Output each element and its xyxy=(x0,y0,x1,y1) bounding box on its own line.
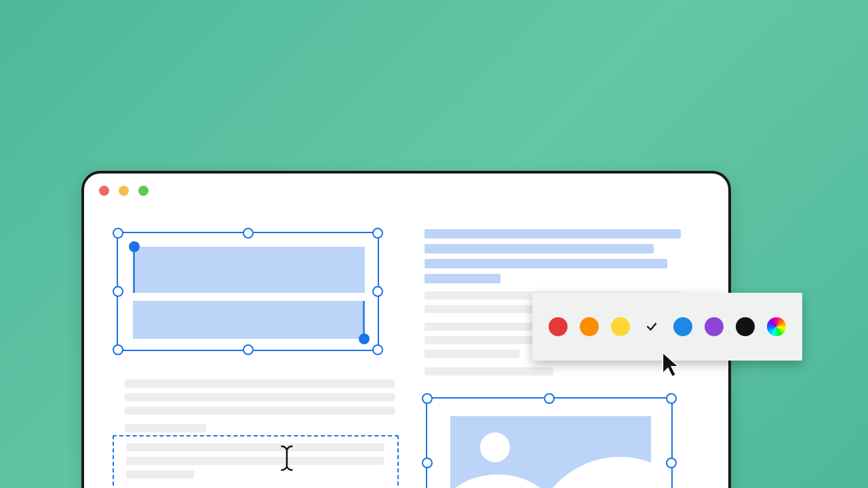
color-swatch-yellow[interactable] xyxy=(611,317,630,336)
color-swatch-orange[interactable] xyxy=(580,317,599,336)
text-placeholder xyxy=(125,424,206,432)
selection-handle[interactable] xyxy=(243,228,254,239)
text-placeholder xyxy=(125,380,395,388)
highlight-fill xyxy=(133,301,365,339)
text-placeholder xyxy=(425,305,533,313)
selection-box-image[interactable] xyxy=(426,397,673,488)
selection-handle[interactable] xyxy=(243,344,254,355)
image-placeholder xyxy=(450,416,651,488)
highlight-fill xyxy=(133,247,365,293)
text-placeholder xyxy=(425,229,681,239)
selection-handle[interactable] xyxy=(372,286,383,297)
color-palette-popover xyxy=(532,293,802,361)
text-placeholder xyxy=(425,244,654,253)
text-placeholder xyxy=(425,259,667,268)
image-sun-icon xyxy=(480,432,510,462)
selection-handle[interactable] xyxy=(666,458,677,468)
text-placeholder xyxy=(126,457,384,465)
zoom-window-button[interactable] xyxy=(138,186,149,196)
selection-handle-inner-bottom-right[interactable] xyxy=(359,333,370,344)
selection-handle[interactable] xyxy=(113,344,123,355)
selection-handle[interactable] xyxy=(372,344,383,355)
minimize-window-button[interactable] xyxy=(119,186,129,196)
text-insertion-box[interactable] xyxy=(113,435,399,488)
color-swatch-purple[interactable] xyxy=(705,317,724,336)
text-placeholder xyxy=(126,470,194,479)
selection-handle[interactable] xyxy=(113,228,123,239)
text-placeholder xyxy=(126,443,384,451)
close-window-button[interactable] xyxy=(99,186,109,196)
selection-handle[interactable] xyxy=(544,393,555,404)
selection-handle[interactable] xyxy=(422,393,433,404)
selection-handle[interactable] xyxy=(422,458,433,468)
text-placeholder xyxy=(425,350,519,358)
text-placeholder xyxy=(125,407,395,415)
color-swatch-red[interactable] xyxy=(549,317,568,336)
color-swatch-rainbow[interactable] xyxy=(767,317,786,336)
selection-handle[interactable] xyxy=(113,286,123,297)
check-icon xyxy=(646,321,658,333)
color-swatch-black[interactable] xyxy=(736,317,755,336)
inner-selection-bar xyxy=(133,247,135,293)
window-controls xyxy=(99,186,149,196)
image-hill-icon xyxy=(532,457,651,488)
selection-handle-inner-top-left[interactable] xyxy=(129,241,140,252)
selection-box-1[interactable] xyxy=(117,232,379,351)
selection-handle[interactable] xyxy=(666,393,677,404)
selection-handle[interactable] xyxy=(372,228,383,239)
text-placeholder xyxy=(125,393,395,401)
color-swatch-selected[interactable] xyxy=(642,317,661,336)
text-placeholder xyxy=(425,367,553,375)
text-placeholder xyxy=(425,274,500,283)
color-swatch-blue[interactable] xyxy=(673,317,692,336)
